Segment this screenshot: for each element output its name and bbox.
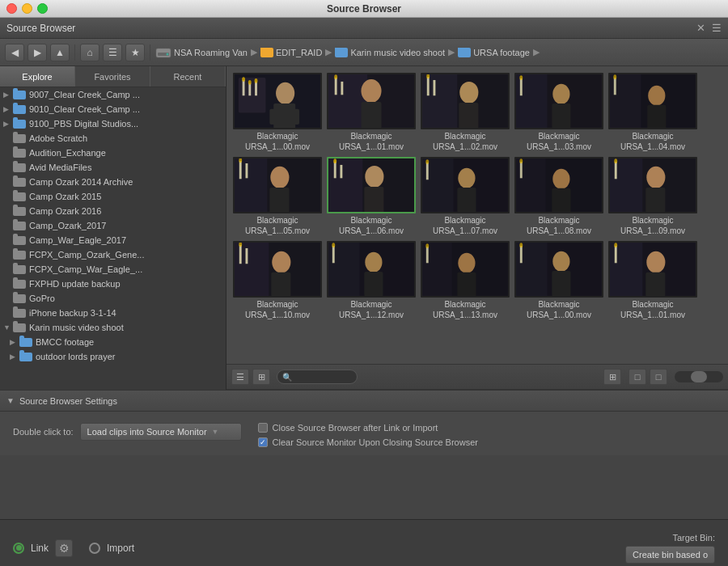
tree-item-1[interactable]: ▶ 9010_Clear Creek_Camp ... (0, 102, 226, 116)
tree-item-16[interactable]: ▼ Karin music video shoot (0, 320, 226, 335)
list-view-button[interactable]: ☰ (231, 369, 249, 385)
thumb-item-24[interactable]: Blackmagic URSA_1...01.mov (608, 241, 697, 320)
tab-favorites[interactable]: Favorites (75, 66, 150, 87)
tree-item-10[interactable]: Camp_War_Eagle_2017 (0, 233, 226, 247)
back-button[interactable]: ◀ (5, 44, 24, 61)
video-frame-14 (610, 157, 696, 213)
breadcrumb-arrow-2: ▶ (325, 47, 332, 57)
breadcrumb-folder-3[interactable]: URSA footage (458, 48, 530, 57)
up-button[interactable]: ▲ (50, 44, 70, 61)
thumb-image-01 (327, 73, 416, 129)
thumb-item-02[interactable]: Blackmagic URSA_1...02.mov (421, 73, 510, 152)
folder-icon-4 (13, 149, 26, 158)
thumb-item-22[interactable]: Blackmagic URSA_1...13.mov (421, 241, 510, 320)
tree-arrow-18: ▶ (10, 353, 19, 361)
breadcrumb-folder-2[interactable]: Karin music video shoot (335, 48, 445, 57)
favorites-button[interactable]: ★ (125, 44, 145, 61)
maximize-window-button[interactable] (37, 3, 48, 14)
tree-label-11: FCPX_Camp_Ozark_Gene... (29, 250, 222, 260)
file-browser[interactable]: Blackmagic URSA_1...00.mov (226, 66, 728, 364)
dropdown-arrow-icon: ▼ (212, 428, 219, 436)
video-frame-11 (328, 157, 414, 213)
thumb-item-11[interactable]: Blackmagic URSA_1...06.mov (327, 157, 416, 236)
tree-item-13[interactable]: FXPHD update backup (0, 277, 226, 291)
tree-item-11[interactable]: FCPX_Camp_Ozark_Gene... (0, 247, 226, 262)
list-view-button[interactable]: ☰ (103, 44, 122, 61)
create-bin-button[interactable]: Create bin based o (625, 546, 715, 564)
tree-item-15[interactable]: iPhone backup 3-1-14 (0, 306, 226, 320)
svg-point-2 (167, 53, 169, 55)
thumb-image-22 (421, 241, 510, 298)
tree-label-0: 9007_Clear Creek_Camp ... (29, 90, 222, 99)
home-button[interactable]: ⌂ (80, 44, 99, 61)
tree-item-4[interactable]: Audition_Exchange (0, 146, 226, 160)
folder-icon-14 (13, 294, 26, 303)
tree-item-18[interactable]: ▶ outdoor lords prayer (0, 349, 226, 364)
toolbar: ◀ ▶ ▲ ⌂ ☰ ★ NSA Roaming Van ▶ EDIT_RAID … (0, 39, 728, 66)
tree-item-0[interactable]: ▶ 9007_Clear Creek_Camp ... (0, 87, 226, 102)
thumb-item-23[interactable]: Blackmagic URSA_1...00.mov (514, 241, 603, 320)
close-panel-button[interactable]: ✕ (696, 22, 705, 34)
thumb-item-21[interactable]: Blackmagic URSA_1...12.mov (327, 241, 416, 320)
tree-item-2[interactable]: ▶ 9100_PBS Digital Studios... (0, 116, 226, 131)
panel-menu-button[interactable]: ☰ (712, 22, 722, 34)
thumb-item-12[interactable]: Blackmagic URSA_1...07.mov (421, 157, 510, 236)
sidebar-content[interactable]: ▶ 9007_Clear Creek_Camp ... ▶ 9010_Clear… (0, 87, 226, 390)
thumb-item-04[interactable]: Blackmagic URSA_1...04.mov (608, 73, 697, 152)
import-radio[interactable] (89, 543, 100, 554)
tree-item-5[interactable]: Avid MediaFiles (0, 160, 226, 175)
thumb-item-00[interactable]: Blackmagic URSA_1...00.mov (233, 73, 322, 152)
settings-header[interactable]: ▼ Source Browser Settings (0, 391, 728, 412)
close-window-button[interactable] (6, 3, 17, 14)
tab-recent[interactable]: Recent (150, 66, 226, 87)
tree-item-7[interactable]: Camp Ozark 2015 (0, 189, 226, 204)
thumb-label-04: Blackmagic URSA_1...04.mov (608, 131, 697, 152)
svg-rect-97 (328, 242, 414, 296)
separator-3 (624, 370, 625, 383)
tree-item-6[interactable]: Camp Ozark 2014 Archive (0, 175, 226, 189)
h-scroll-thumb[interactable] (691, 371, 707, 382)
video-frame-12 (422, 157, 508, 213)
tree-item-3[interactable]: Adobe Scratch (0, 131, 226, 146)
h-scroll-track[interactable] (675, 371, 723, 382)
tree-label-3: Adobe Scratch (29, 133, 222, 143)
clear-monitor-checkbox[interactable] (258, 437, 268, 447)
search-input[interactable] (277, 370, 358, 384)
tab-explore[interactable]: Explore (0, 66, 75, 87)
tree-item-9[interactable]: Camp_Ozark_2017 (0, 218, 226, 233)
tree-item-12[interactable]: FCPX_Camp_War_Eagle_... (0, 262, 226, 277)
thumbnail-row-1: Blackmagic URSA_1...05.mov (233, 157, 722, 236)
thumb-item-01[interactable]: Blackmagic URSA_1...01.mov (327, 73, 416, 152)
close-browser-label: Close Source Browser after Link or Impor… (273, 423, 438, 433)
video-frame-04 (610, 73, 696, 129)
zoom-out-button[interactable]: □ (629, 369, 646, 385)
import-option[interactable]: Import (89, 543, 134, 554)
thumb-label-23: Blackmagic URSA_1...00.mov (514, 299, 603, 320)
thumb-image-13 (514, 157, 603, 213)
link-settings-button[interactable]: ⚙ (55, 539, 73, 557)
thumb-item-14[interactable]: Blackmagic URSA_1...09.mov (608, 157, 697, 236)
breadcrumb-drive[interactable]: NSA Roaming Van (155, 47, 248, 58)
grid-view-button[interactable]: ⊞ (252, 369, 270, 385)
thumb-image-00 (233, 73, 322, 129)
thumb-item-10[interactable]: Blackmagic URSA_1...05.mov (233, 157, 322, 236)
double-click-dropdown[interactable]: Load clips into Source Monitor ▼ (80, 423, 242, 441)
thumb-item-20[interactable]: Blackmagic URSA_1...10.mov (233, 241, 322, 320)
tree-item-8[interactable]: Camp Ozark 2016 (0, 204, 226, 218)
tree-item-17[interactable]: ▶ BMCC footage (0, 335, 226, 349)
thumb-item-13[interactable]: Blackmagic URSA_1...08.mov (514, 157, 603, 236)
breadcrumb-folder-1[interactable]: EDIT_RAID (260, 48, 322, 57)
separator-1 (74, 44, 75, 61)
filmstrip-button[interactable]: ⊞ (603, 369, 621, 385)
link-option[interactable]: Link ⚙ (13, 539, 73, 557)
zoom-in-button[interactable]: □ (650, 369, 667, 385)
thumb-label-11: Blackmagic URSA_1...06.mov (327, 215, 416, 236)
video-frame-21 (328, 241, 414, 298)
close-browser-checkbox[interactable] (258, 423, 268, 433)
forward-button[interactable]: ▶ (28, 44, 47, 61)
minimize-window-button[interactable] (22, 3, 32, 14)
link-radio[interactable] (13, 543, 24, 554)
svg-rect-118 (610, 242, 696, 296)
thumb-item-03[interactable]: Blackmagic URSA_1...03.mov (514, 73, 603, 152)
tree-item-14[interactable]: GoPro (0, 291, 226, 306)
